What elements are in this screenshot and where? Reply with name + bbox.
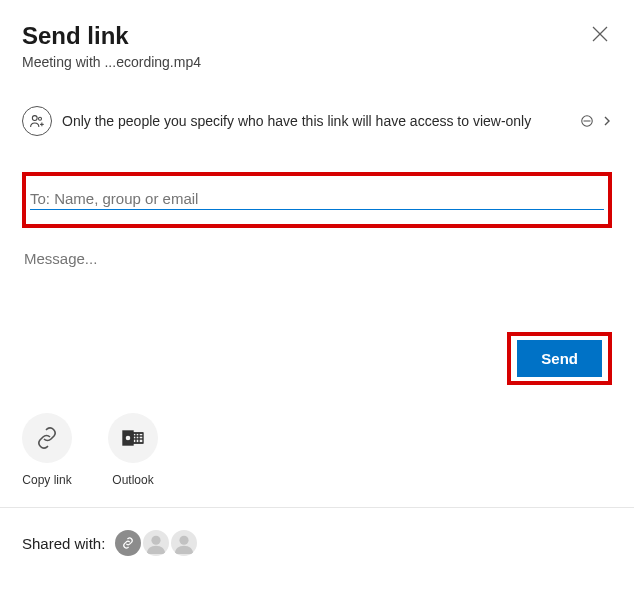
- permission-row[interactable]: Only the people you specify who have thi…: [22, 106, 612, 136]
- shared-with-label: Shared with:: [22, 535, 105, 552]
- outlook-label: Outlook: [112, 473, 153, 487]
- svg-rect-10: [133, 433, 143, 443]
- svg-point-17: [152, 536, 161, 545]
- copy-link-label: Copy link: [22, 473, 71, 487]
- deny-icon: [580, 114, 594, 128]
- send-button[interactable]: Send: [517, 340, 602, 377]
- file-name: Meeting with ...ecording.mp4: [22, 54, 201, 70]
- permission-text: Only the people you specify who have thi…: [62, 113, 568, 129]
- message-input[interactable]: [22, 250, 612, 267]
- svg-point-9: [125, 435, 131, 441]
- outlook-button[interactable]: Outlook: [108, 413, 158, 487]
- svg-point-2: [32, 116, 37, 121]
- link-icon: [35, 426, 59, 450]
- page-title: Send link: [22, 22, 201, 50]
- close-icon: [592, 26, 608, 42]
- send-button-highlight: Send: [507, 332, 612, 385]
- people-icon: [22, 106, 52, 136]
- chevron-right-icon: [602, 116, 612, 126]
- close-button[interactable]: [588, 22, 612, 46]
- person-avatar-icon: [143, 530, 169, 556]
- outlook-icon: [121, 426, 145, 450]
- recipients-input[interactable]: [30, 188, 604, 210]
- svg-point-18: [180, 536, 189, 545]
- person-avatar-icon: [171, 530, 197, 556]
- svg-point-3: [39, 117, 42, 120]
- link-avatar-icon: [115, 530, 141, 556]
- copy-link-button[interactable]: Copy link: [22, 413, 72, 487]
- shared-with-avatars[interactable]: [115, 530, 197, 556]
- to-field-highlight: [22, 172, 612, 228]
